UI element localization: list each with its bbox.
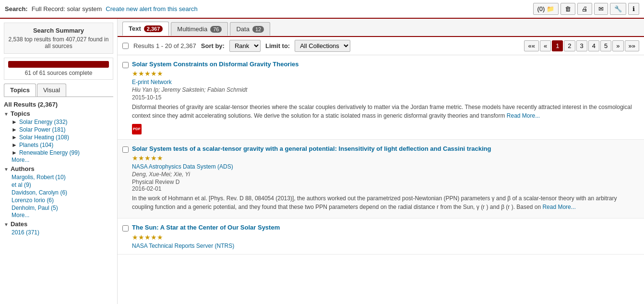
facet-denholm-link[interactable]: Denholm, Paul (5): [12, 205, 58, 211]
facet-etal-link[interactable]: et al (9): [12, 182, 31, 188]
facet-margolis-link[interactable]: Margolis, Robert (10): [12, 174, 66, 181]
toolbar-right: (0) 📁 🗑 🖨 ✉ 🔧 ℹ: [533, 3, 640, 15]
progress-bar-track: [8, 61, 109, 68]
authors-collapse-icon: [4, 165, 9, 172]
folder-btn[interactable]: (0) 📁: [533, 3, 559, 15]
topics-group-label: Topics: [11, 110, 30, 117]
page-2-btn[interactable]: 2: [564, 40, 575, 51]
settings-btn[interactable]: 🔧: [610, 3, 626, 15]
facet-group-authors[interactable]: Authors: [4, 165, 113, 172]
result-1-keyword: Solar System: [132, 61, 171, 68]
page-last-btn[interactable]: »»: [625, 40, 639, 51]
result-1-title-post: Constraints on Disformal Gravity Theorie…: [171, 61, 298, 68]
result-1-source[interactable]: E-print Network: [132, 79, 172, 85]
facet-davidson-link[interactable]: Davidson, Carolyn (6): [12, 189, 67, 196]
facet-item-2016: 2016 (371): [4, 229, 113, 236]
topics-more[interactable]: More...: [4, 157, 113, 163]
facet-renewable-energy-link[interactable]: Renewable Energy (99): [19, 149, 80, 156]
facet-item-margolis: Margolis, Robert (10): [4, 173, 113, 181]
progress-bar-label: 61 of 61 sources complete: [8, 70, 109, 76]
facet-solar-heating-link[interactable]: Solar Heating (108): [19, 134, 69, 141]
facet-2016-link[interactable]: 2016 (371): [12, 229, 39, 236]
page-prev-btn[interactable]: «: [540, 40, 551, 51]
search-summary-title: Search Summary: [8, 27, 109, 34]
tab-visual[interactable]: Visual: [37, 84, 66, 97]
sort-select[interactable]: Rank Date Title: [229, 40, 261, 52]
select-all-checkbox[interactable]: [122, 43, 129, 49]
tab-text[interactable]: Text 2,367: [122, 22, 169, 36]
create-alert-link[interactable]: Create new alert from this search: [106, 5, 197, 12]
print-btn[interactable]: 🖨: [577, 3, 592, 15]
result-2-keyword: Solar System: [132, 145, 171, 152]
result-2-read-more[interactable]: Read More...: [542, 204, 575, 210]
authors-more[interactable]: More...: [4, 212, 113, 219]
result-2-journal: Physical Review D: [132, 179, 639, 185]
facet-item-solar-energy: ► Solar Energy (332): [4, 118, 113, 126]
result-1-checkbox[interactable]: [122, 62, 129, 68]
limit-label: Limit to:: [265, 42, 290, 49]
facet-group-dates[interactable]: Dates: [4, 220, 113, 228]
facet-item-davidson: Davidson, Carolyn (6): [4, 189, 113, 196]
facet-item-solar-heating: ► Solar Heating (108): [4, 134, 113, 141]
result-3-title[interactable]: The Sun: A Star at the Center of Our Sol…: [132, 224, 280, 231]
result-2-source[interactable]: NASA Astrophysics Data System (ADS): [132, 163, 233, 170]
content-area: Text 2,367 Multimedia 76 Data 12 Results…: [118, 19, 644, 304]
sidebar: Search Summary 2,538 top results from 40…: [0, 19, 118, 304]
facet-item-iorio: Lorenzo Iorio (6): [4, 196, 113, 204]
facet-solar-energy-link[interactable]: Solar Energy (332): [19, 119, 68, 125]
sort-label: Sort by:: [201, 42, 225, 49]
topics-collapse-icon: [4, 110, 9, 117]
all-results-label: All Results (2,367): [4, 101, 113, 108]
progress-bar-container: 61 of 61 sources complete: [4, 58, 113, 80]
results-info: Results 1 - 20 of 2,367: [133, 42, 196, 49]
result-item-1: Solar System Constraints on Disformal Gr…: [118, 55, 644, 140]
result-1-date: 2015-10-15: [132, 94, 639, 101]
result-3-checkbox[interactable]: [122, 225, 129, 231]
search-label: Search:: [5, 5, 28, 12]
facet-bullet: ►: [12, 126, 17, 133]
result-1-abstract: Disformal theories of gravity are scalar…: [132, 103, 639, 120]
page-5-btn[interactable]: 5: [600, 40, 611, 51]
page-first-btn[interactable]: ««: [524, 40, 538, 51]
result-1-read-more[interactable]: Read More...: [507, 112, 540, 119]
page-next-btn[interactable]: »: [612, 40, 623, 51]
result-item-3: The Sun: A Star at the Center of Our Sol…: [118, 219, 644, 254]
search-summary-text: 2,538 top results from 407,027 found in …: [8, 36, 109, 49]
result-2-abstract: In the work of Hohmann et al. [Phys. Rev…: [132, 194, 639, 211]
result-1-title[interactable]: Solar System Constraints on Disformal Gr…: [132, 61, 299, 68]
tab-text-badge: 2,367: [144, 25, 163, 32]
facet-planets-link[interactable]: Planets (104): [19, 142, 53, 148]
info-btn[interactable]: ℹ: [628, 3, 639, 15]
dates-group-label: Dates: [11, 220, 27, 228]
pdf-icon-1[interactable]: PDF: [132, 124, 142, 134]
tab-topics[interactable]: Topics: [4, 84, 36, 97]
result-2-checkbox[interactable]: [122, 146, 129, 153]
facet-bullet: ►: [12, 134, 17, 141]
result-2-stars: ★★★★★: [132, 154, 639, 162]
limit-select[interactable]: All Collections: [295, 40, 350, 52]
search-value: Full Record: solar system: [32, 5, 102, 12]
tab-data-label: Data: [236, 25, 249, 33]
result-3-title-pre: The Sun: A Star at the Center of Our: [132, 224, 240, 231]
page-1-btn[interactable]: 1: [552, 40, 563, 51]
result-item-2: Solar System tests of a scalar-tensor gr…: [118, 140, 644, 219]
toolbar: Search: Full Record: solar system Create…: [0, 0, 644, 19]
page-4-btn[interactable]: 4: [588, 40, 599, 51]
facet-item-planets: ► Planets (104): [4, 141, 113, 149]
facet-group-topics[interactable]: Topics: [4, 110, 113, 117]
facet-iorio-link[interactable]: Lorenzo Iorio (6): [12, 197, 54, 204]
email-btn[interactable]: ✉: [594, 3, 608, 15]
facet-item-solar-power: ► Solar Power (181): [4, 126, 113, 134]
result-3-source[interactable]: NASA Technical Reports Server (NTRS): [132, 243, 234, 249]
result-3-stars: ★★★★★: [132, 233, 639, 241]
facet-solar-power-link[interactable]: Solar Power (181): [19, 126, 66, 133]
result-2-title[interactable]: Solar System tests of a scalar-tensor gr…: [132, 145, 491, 152]
tab-multimedia[interactable]: Multimedia 76: [171, 22, 228, 36]
main-layout: Search Summary 2,538 top results from 40…: [0, 19, 644, 304]
tab-data[interactable]: Data 12: [230, 22, 270, 36]
progress-bar-fill: [8, 61, 109, 68]
tab-text-label: Text: [129, 25, 141, 32]
delete-btn[interactable]: 🗑: [561, 3, 575, 15]
page-3-btn[interactable]: 3: [576, 40, 587, 51]
tab-data-badge: 12: [252, 26, 264, 33]
